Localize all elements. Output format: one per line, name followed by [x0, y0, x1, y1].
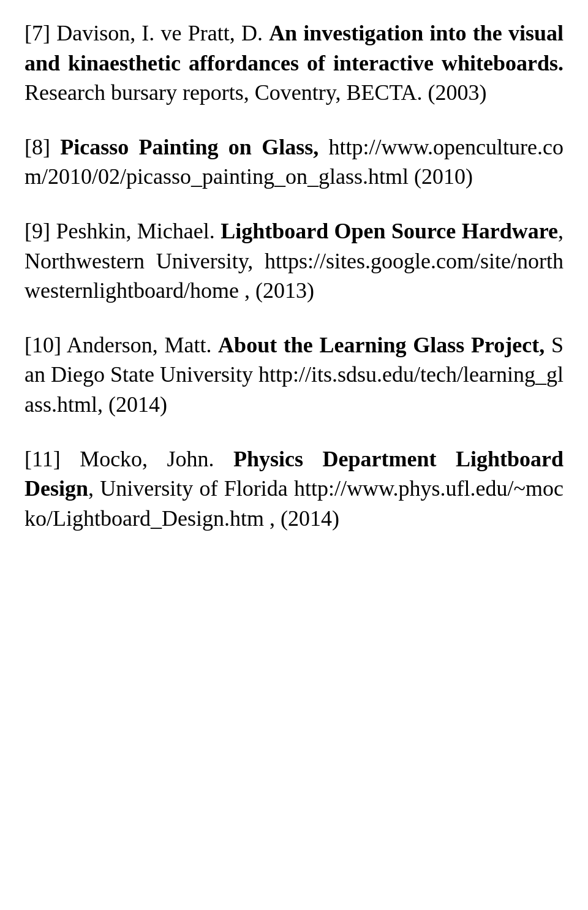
ref7-number: [7] [24, 21, 50, 45]
ref10-title: About the Learning Glass Project, [218, 333, 545, 357]
ref11-author: Mocko, John. [80, 447, 233, 471]
ref9-number: [9] [24, 219, 50, 243]
reference-10: [10] Anderson, Matt. About the Learning … [24, 330, 564, 420]
ref10-number: [10] [24, 333, 61, 357]
ref7-author: Davison, I. ve Pratt, D. [56, 21, 269, 45]
ref9-author: Peshkin, Michael. [56, 219, 221, 243]
ref11-number: [11] [24, 447, 61, 471]
reference-7: [7] Davison, I. ve Pratt, D. An investig… [24, 18, 564, 108]
ref8-number: [8] [24, 135, 50, 159]
ref10-author: Anderson, Matt. [67, 333, 218, 357]
reference-9: [9] Peshkin, Michael. Lightboard Open So… [24, 216, 564, 306]
ref8-title: Picasso Painting on Glass, [60, 135, 318, 159]
ref9-title: Lightboard Open Source Hardware [221, 219, 558, 243]
ref7-rest: Research bursary reports, Coventry, BECT… [24, 80, 487, 105]
reference-11: [11] Mocko, John. Physics Department Lig… [24, 444, 564, 534]
ref11-rest: , University of Florida http://www.phys.… [24, 476, 564, 531]
reference-8: [8] Picasso Painting on Glass, http://ww… [24, 132, 564, 192]
